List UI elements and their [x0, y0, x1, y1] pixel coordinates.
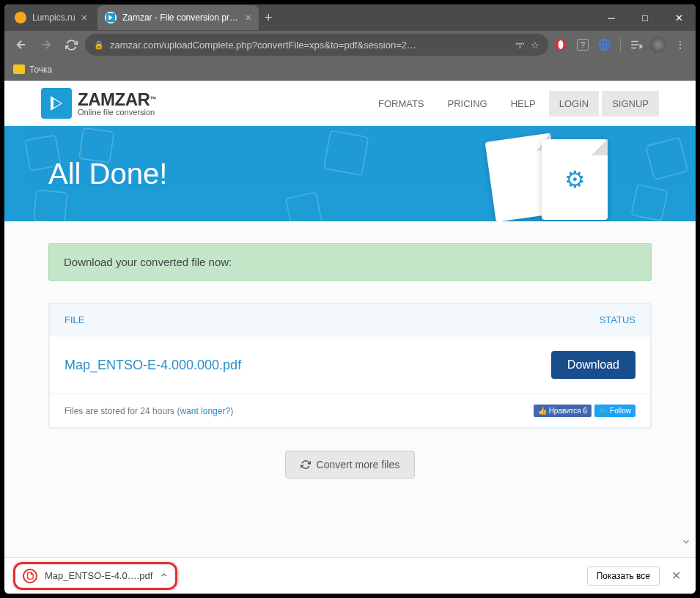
opera-icon[interactable]	[551, 35, 570, 54]
site-header: ZAMZAR™ Online file conversion FORMATS P…	[4, 81, 696, 126]
thumbs-up-icon: 👍	[538, 407, 547, 415]
convert-more-button[interactable]: Convert more files	[285, 451, 415, 479]
svg-rect-7	[324, 130, 369, 175]
profile-avatar[interactable]	[649, 35, 668, 54]
scroll-down-icon[interactable]	[681, 536, 691, 550]
pdf-icon	[23, 569, 37, 583]
facebook-like-button[interactable]: 👍Нравится 6	[534, 405, 592, 417]
minimize-button[interactable]: ─	[594, 4, 628, 31]
close-icon[interactable]: ×	[81, 12, 87, 23]
address-bar[interactable]: 🔒 zamzar.com/uploadComplete.php?convertF…	[85, 34, 548, 56]
menu-button[interactable]: ⋮	[671, 35, 690, 54]
browser-titlebar: Lumpics.ru × Zamzar - File conversion pr…	[4, 4, 696, 31]
logo-brand: ZAMZAR	[78, 89, 150, 109]
banner: All Done! ⚙	[4, 126, 696, 221]
logo-icon	[41, 88, 72, 119]
url-text: zamzar.com/uploadComplete.php?convertFil…	[110, 40, 509, 51]
banner-pages-icon: ⚙	[476, 139, 608, 220]
translate-icon[interactable]: 🝖	[515, 40, 525, 51]
column-status-header: STATUS	[600, 314, 635, 325]
download-filename: Map_ENTSO-E-4.0….pdf	[45, 570, 152, 581]
nav-formats[interactable]: FORMATS	[368, 91, 435, 117]
storage-note: Files are stored for 24 hours (want long…	[65, 406, 233, 416]
twitter-icon: 🐦	[599, 407, 608, 415]
bookmark-item[interactable]: Точка	[29, 64, 52, 75]
bookmarks-bar: Точка	[4, 59, 696, 81]
tab-title: Zamzar - File conversion progres	[122, 12, 240, 23]
download-item[interactable]: Map_ENTSO-E-4.0….pdf	[13, 562, 177, 590]
folder-icon	[13, 64, 25, 74]
downloads-bar: Map_ENTSO-E-4.0….pdf Показать все ✕	[4, 557, 696, 594]
download-button[interactable]: Download	[551, 351, 635, 379]
tab-zamzar[interactable]: Zamzar - File conversion progres ×	[97, 5, 259, 30]
forward-button[interactable]	[35, 34, 57, 56]
maximize-button[interactable]: □	[628, 4, 662, 31]
new-tab-button[interactable]: +	[259, 10, 279, 26]
file-name-link[interactable]: Map_ENTSO-E-4.000.000.pdf	[65, 358, 241, 373]
reload-button[interactable]	[60, 34, 82, 56]
twitter-follow-button[interactable]: 🐦Follow	[594, 405, 635, 417]
lock-icon: 🔒	[94, 40, 104, 50]
nav-help[interactable]: HELP	[501, 91, 546, 117]
svg-rect-6	[286, 192, 323, 221]
playlist-icon[interactable]	[627, 35, 646, 54]
page-content: ZAMZAR™ Online file conversion FORMATS P…	[4, 81, 696, 557]
nav-signup[interactable]: SIGNUP	[602, 91, 659, 117]
gear-icon: ⚙	[564, 166, 586, 193]
browser-toolbar: 🔒 zamzar.com/uploadComplete.php?convertF…	[4, 31, 696, 59]
logo-subtitle: Online file conversion	[78, 108, 156, 117]
close-icon[interactable]: ×	[246, 12, 251, 23]
svg-rect-10	[34, 190, 67, 221]
tab-title: Lumpics.ru	[32, 12, 75, 23]
refresh-icon	[301, 459, 311, 470]
column-file-header: FILE	[65, 314, 84, 325]
show-all-button[interactable]: Показать все	[587, 566, 660, 586]
want-longer-link[interactable]: want longer?	[180, 406, 230, 416]
svg-rect-8	[646, 138, 688, 180]
zamzar-logo[interactable]: ZAMZAR™ Online file conversion	[41, 88, 156, 119]
success-alert: Download your converted file now:	[48, 243, 652, 281]
chevron-up-icon[interactable]	[160, 571, 168, 580]
bookmark-star-icon[interactable]: ☆	[531, 40, 539, 51]
help-icon[interactable]: ?	[573, 35, 592, 54]
zamzar-favicon	[105, 12, 117, 23]
file-row: Map_ENTSO-E-4.000.000.pdf Download	[50, 336, 650, 394]
svg-point-2	[559, 40, 564, 49]
close-downloads-icon[interactable]: ✕	[666, 566, 687, 586]
nav-login[interactable]: LOGIN	[549, 91, 599, 117]
svg-rect-9	[631, 185, 668, 221]
globe-icon[interactable]	[595, 35, 614, 54]
file-card: FILE STATUS Map_ENTSO-E-4.000.000.pdf Do…	[48, 303, 652, 429]
close-window-button[interactable]: ✕	[662, 4, 696, 31]
back-button[interactable]	[10, 34, 32, 56]
tab-lumpics[interactable]: Lumpics.ru ×	[7, 5, 95, 30]
banner-title: All Done!	[48, 158, 167, 191]
nav-pricing[interactable]: PRICING	[438, 91, 498, 117]
lumpics-favicon	[15, 12, 26, 23]
